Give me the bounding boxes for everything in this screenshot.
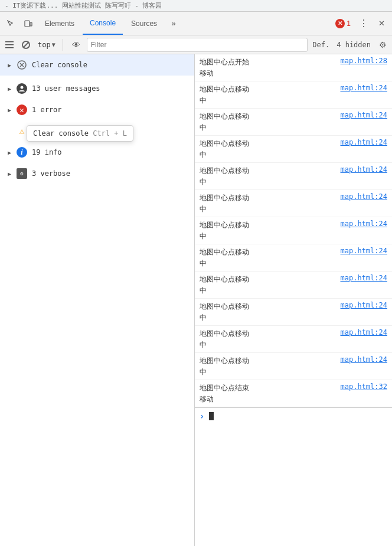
entry-content: 地图中心点移动 map.html:24 中 — [200, 355, 387, 377]
entry-row: 地图中心点移动 map.html:24 — [200, 84, 387, 94]
entry-message-line2: 中 — [200, 231, 207, 241]
entry-row-2: 中 — [200, 312, 387, 323]
kebab-menu-btn[interactable]: ⋮ — [355, 15, 372, 32]
entry-message-line1: 地图中心点移动 — [200, 165, 249, 176]
svg-point-8 — [21, 86, 24, 89]
console-entry: 地图中心点移动 map.html:24 中 — [195, 353, 392, 380]
entry-source-link[interactable]: map.html:24 — [341, 192, 387, 201]
entry-content: 地图中心点移动 map.html:24 中 — [200, 138, 387, 160]
verbose-icon: ⚙ — [17, 168, 27, 179]
entry-row: 地图中心点移动 map.html:24 — [200, 220, 387, 230]
inspect-icon-btn[interactable] — [2, 15, 19, 32]
error-count-badge[interactable]: ✕ 1 — [332, 18, 354, 30]
entry-message-line2: 中 — [200, 339, 207, 350]
entry-message-line1: 地图中心点开始 — [200, 57, 249, 67]
entry-source-link[interactable]: map.html:32 — [341, 382, 387, 391]
verbose-label: 3 verbose — [32, 169, 190, 178]
expand-arrow-user: ▶ — [5, 84, 14, 93]
tab-sources[interactable]: Sources — [124, 12, 164, 35]
sidebar-item-user-messages[interactable]: ▶ 13 user messages — [0, 78, 194, 99]
entry-source-link[interactable]: map.html:24 — [341, 165, 387, 174]
expand-arrow-errors: ▶ — [5, 105, 14, 115]
browser-tab-bar: - IT资源下载... 网站性能测试 陈写写吁 - 博客园 — [0, 0, 392, 12]
entry-row-2: 中 — [200, 285, 387, 296]
entry-message-line2: 移动 — [200, 394, 214, 404]
entry-message-line1: 地图中心点移动 — [200, 328, 249, 339]
close-devtools-btn[interactable]: ✕ — [373, 15, 390, 32]
clear-console-tooltip: Clear console Ctrl + L — [27, 125, 133, 142]
devtools-toolbar: Elements Console Sources » ✕ 1 ⋮ ✕ — [0, 12, 392, 35]
tab-elements[interactable]: Elements — [38, 12, 81, 35]
entry-message-line1: 地图中心点移动 — [200, 301, 249, 312]
entry-source-link[interactable]: map.html:24 — [341, 274, 387, 282]
entry-source-link[interactable]: map.html:24 — [341, 328, 387, 336]
entry-source-link[interactable]: map.html:28 — [341, 57, 387, 65]
entry-message-line1: 地图中心点移动 — [200, 84, 249, 94]
context-selector[interactable]: top ▼ — [35, 38, 58, 52]
entry-message-line2: 中 — [200, 258, 207, 269]
filter-input[interactable] — [87, 38, 308, 52]
sidebar-toggle-btn[interactable] — [2, 38, 17, 52]
entry-source-link[interactable]: map.html:24 — [341, 301, 387, 309]
entry-row-2: 移动 — [200, 68, 387, 79]
entry-source-link[interactable]: map.html:24 — [341, 247, 387, 255]
browser-tab-text: - IT资源下载... 网站性能测试 陈写写吁 - 博客园 — [5, 1, 162, 10]
entry-row: 地图中心点移动 map.html:24 — [200, 165, 387, 176]
entry-message-line1: 地图中心点移动 — [200, 220, 249, 230]
entry-source-link[interactable]: map.html:24 — [341, 84, 387, 92]
svg-rect-2 — [5, 41, 14, 42]
prompt-cursor — [209, 412, 214, 420]
entry-row-2: 中 — [200, 258, 387, 269]
entry-message-line1: 地图中心点移动 — [200, 111, 249, 122]
tab-console[interactable]: Console — [83, 12, 123, 35]
entry-message-line1: 地图中心点移动 — [200, 274, 249, 285]
error-icon: ✕ — [17, 104, 27, 115]
console-prompt[interactable]: › — [195, 407, 392, 424]
entry-source-link[interactable]: map.html:24 — [341, 138, 387, 146]
entry-message-line2: 中 — [200, 367, 207, 377]
entry-row-2: 中 — [200, 339, 387, 350]
clear-console-btn[interactable] — [19, 38, 33, 52]
console-entry: 地图中心点移动 map.html:24 中 — [195, 163, 392, 190]
entry-row-2: 中 — [200, 231, 387, 241]
chevron-down-icon: ▼ — [52, 41, 55, 48]
sidebar-item-clear[interactable]: ▶ Clear console — [0, 54, 194, 76]
entry-row-2: 中 — [200, 204, 387, 214]
console-entry: 地图中心点移动 map.html:24 中 — [195, 190, 392, 217]
entry-content: 地图中心点移动 map.html:24 中 — [200, 84, 387, 106]
clear-icon — [17, 60, 27, 70]
defaults-label: Def. — [310, 41, 332, 49]
entry-row: 地图中心点移动 map.html:24 — [200, 138, 387, 149]
entry-message-line1: 地图中心点移动 — [200, 192, 249, 203]
entry-content: 地图中心点移动 map.html:24 中 — [200, 220, 387, 241]
svg-rect-3 — [5, 44, 14, 45]
entry-message-line1: 地图中心点移动 — [200, 355, 249, 366]
settings-gear-btn[interactable]: ⚙ — [375, 38, 390, 52]
entry-content: 地图中心点移动 map.html:24 中 — [200, 328, 387, 350]
user-messages-label: 13 user messages — [32, 84, 190, 93]
eye-filter-btn[interactable]: 👁 — [68, 37, 84, 53]
entry-content: 地图中心点移动 map.html:24 中 — [200, 111, 387, 133]
entry-row: 地图中心点移动 map.html:24 — [200, 274, 387, 285]
device-toggle-btn[interactable] — [20, 15, 37, 32]
console-entry: 地图中心点移动 map.html:24 中 — [195, 109, 392, 136]
console-entry: 地图中心点移动 map.html:24 中 — [195, 217, 392, 244]
error-circle-icon: ✕ — [335, 19, 345, 28]
entry-source-link[interactable]: map.html:24 — [341, 111, 387, 119]
sidebar-item-errors[interactable]: ▶ ✕ 1 error — [0, 99, 194, 120]
entry-row: 地图中心点移动 map.html:24 — [200, 328, 387, 339]
entry-source-link[interactable]: map.html:24 — [341, 220, 387, 228]
entry-content: 地图中心点移动 map.html:24 中 — [200, 247, 387, 269]
sidebar-item-verbose[interactable]: ▶ ⚙ 3 verbose — [0, 163, 194, 184]
entry-message-line1: 地图中心点移动 — [200, 138, 249, 149]
entry-message-line2: 中 — [200, 95, 207, 106]
info-icon: i — [17, 147, 27, 158]
more-tabs-btn[interactable]: » — [165, 15, 182, 32]
sidebar-item-info[interactable]: ▶ i 19 info — [0, 142, 194, 163]
sidebar: ▶ Clear console Clear console Ctrl + L ▶ — [0, 54, 195, 546]
entry-source-link[interactable]: map.html:24 — [341, 355, 387, 364]
entry-message-line2: 中 — [200, 312, 207, 323]
console-entry: 地图中心点移动 map.html:24 中 — [195, 136, 392, 163]
entry-message-line2: 移动 — [200, 68, 214, 79]
tooltip-shortcut: Ctrl + L — [93, 129, 127, 138]
